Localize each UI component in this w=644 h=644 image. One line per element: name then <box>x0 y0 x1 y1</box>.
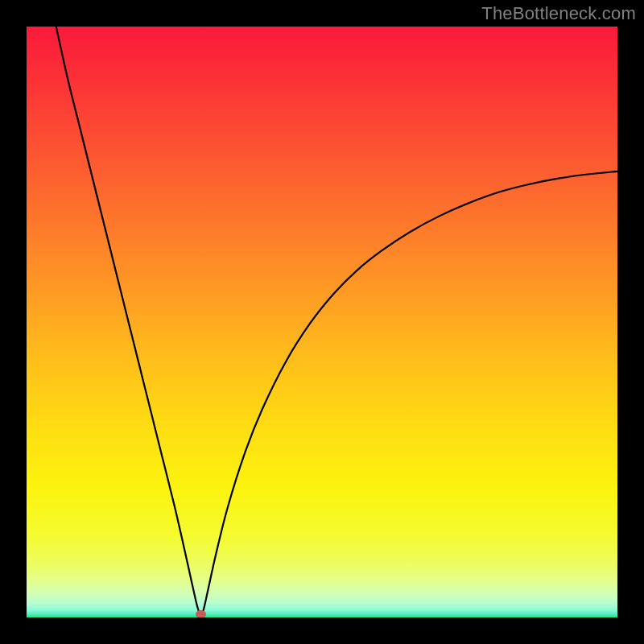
chart-frame: TheBottleneck.com <box>0 0 644 644</box>
plot-area <box>27 27 617 617</box>
gradient-background <box>27 27 617 617</box>
attribution-text: TheBottleneck.com <box>481 3 636 24</box>
chart-svg <box>27 27 617 617</box>
